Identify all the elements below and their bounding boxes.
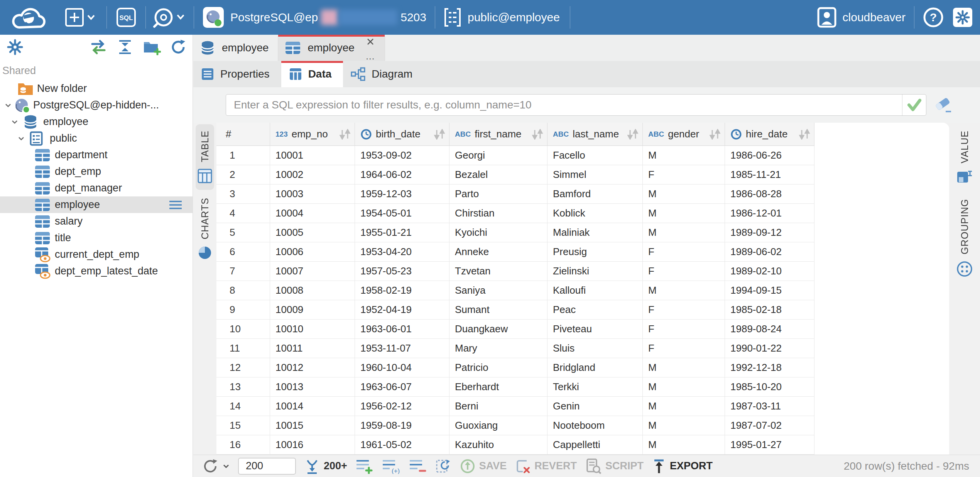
settings-icon[interactable] [952,7,973,28]
data-cell[interactable]: 1964-06-02 [355,165,449,184]
duplicate-row-button[interactable]: (+) [382,458,400,474]
data-cell[interactable]: Zielinski [547,262,643,281]
data-cell[interactable]: 1986-08-28 [725,184,814,204]
data-cell[interactable]: 1985-02-18 [725,300,814,320]
data-cell[interactable]: 1987-07-02 [725,416,814,435]
data-cell[interactable]: Piveteau [547,320,643,339]
data-cell[interactable]: 1989-08-24 [725,320,814,339]
row-number-cell[interactable]: 3 [216,184,270,204]
sidebar-item-salary[interactable]: salary [0,213,193,230]
data-cell[interactable]: M [643,416,725,435]
sidebar-item-dept-emp[interactable]: dept_emp [0,163,193,180]
data-cell[interactable]: 1959-08-19 [355,416,449,435]
data-cell[interactable]: Parto [449,184,547,204]
data-cell[interactable]: Facello [547,146,643,165]
data-cell[interactable]: 1960-10-04 [355,358,449,377]
row-number-cell[interactable]: 12 [216,358,270,377]
data-cell[interactable]: 1957-05-23 [355,262,449,281]
chevron-down-icon[interactable] [10,118,19,126]
sidebar-item-new-folder[interactable]: New folder [0,80,193,97]
tab-menu-icon[interactable]: ... [366,54,375,59]
data-cell[interactable]: Georgi [449,146,547,165]
editor-tab-employee-0[interactable]: employee [193,35,278,61]
data-cell[interactable]: M [643,184,725,204]
data-cell[interactable]: Kyoichi [449,223,547,242]
data-cell[interactable]: 10014 [270,397,355,416]
data-cell[interactable]: 1989-09-12 [725,223,814,242]
data-cell[interactable]: 10016 [270,435,355,455]
data-cell[interactable]: 1990-01-22 [725,339,814,358]
row-number-cell[interactable]: 5 [216,223,270,242]
editor-tab-employee-1[interactable]: employee... [278,35,385,61]
panel-tab-value[interactable]: VALUE [955,124,974,191]
column-header-hire_date[interactable]: hire_date [725,123,814,146]
sidebar-item-title[interactable]: title [0,230,193,246]
data-cell[interactable]: 1956-02-12 [355,397,449,416]
sort-icon[interactable] [798,129,811,140]
data-cell[interactable]: Eberhardt [449,377,547,397]
row-number-cell[interactable]: 11 [216,339,270,358]
column-header-first_name[interactable]: ABCfirst_name [449,123,547,146]
delete-row-button[interactable] [409,458,427,474]
data-cell[interactable]: 1959-12-03 [355,184,449,204]
clear-filter-icon[interactable] [934,96,953,114]
data-cell[interactable]: 10015 [270,416,355,435]
data-cell[interactable]: 1961-05-02 [355,435,449,455]
row-number-cell[interactable]: 2 [216,165,270,184]
data-cell[interactable]: 1986-06-26 [725,146,814,165]
sidebar-item-public[interactable]: public [0,130,193,147]
new-object-button[interactable] [65,8,98,27]
sync-connection-icon[interactable] [89,39,108,55]
schema-selector[interactable]: public@employee [468,11,560,24]
data-cell[interactable]: Preusig [547,242,643,262]
sort-icon[interactable] [626,129,639,140]
data-cell[interactable]: 1958-02-19 [355,281,449,300]
auto-refresh-button[interactable] [435,458,451,474]
data-cell[interactable]: 1953-09-02 [355,146,449,165]
data-cell[interactable]: 1963-06-01 [355,320,449,339]
panel-tab-charts[interactable]: CHARTS [196,191,213,266]
sort-icon[interactable] [338,129,351,140]
data-cell[interactable]: Maliniak [547,223,643,242]
driver-manager-button[interactable] [152,7,188,28]
data-cell[interactable]: M [643,397,725,416]
tab-diagram[interactable]: Diagram [343,61,424,87]
data-cell[interactable]: Anneke [449,242,547,262]
data-cell[interactable]: 10004 [270,204,355,223]
panel-tab-grouping[interactable]: GROUPING [955,193,975,284]
data-cell[interactable]: Tzvetan [449,262,547,281]
sidebar-item-employee[interactable]: employee [0,196,193,213]
data-cell[interactable]: Saniya [449,281,547,300]
sidebar-item-dept-emp-latest-date[interactable]: dept_emp_latest_date [0,263,193,279]
data-cell[interactable]: Nooteboom [547,416,643,435]
row-number-cell[interactable]: 14 [216,397,270,416]
data-cell[interactable]: M [643,281,725,300]
data-cell[interactable]: 1953-11-07 [355,339,449,358]
column-header-rownum[interactable]: # [216,123,270,146]
data-cell[interactable]: Duangkaew [449,320,547,339]
script-button[interactable]: SCRIPT [585,458,644,474]
refresh-results-button[interactable] [202,458,230,475]
data-cell[interactable]: M [643,223,725,242]
data-cell[interactable]: 10012 [270,358,355,377]
data-cell[interactable]: 1953-04-20 [355,242,449,262]
refresh-tree-icon[interactable] [170,39,186,55]
connection-selector[interactable]: PostgreSQL@ep5203 [230,10,426,25]
row-number-cell[interactable]: 6 [216,242,270,262]
data-cell[interactable]: 1986-12-01 [725,204,814,223]
chevron-down-icon[interactable] [17,134,25,143]
data-cell[interactable]: M [643,204,725,223]
data-cell[interactable]: Bamford [547,184,643,204]
data-cell[interactable]: Berni [449,397,547,416]
row-number-cell[interactable]: 16 [216,435,270,455]
data-cell[interactable]: Bridgland [547,358,643,377]
data-cell[interactable]: F [643,242,725,262]
data-cell[interactable]: Chirstian [449,204,547,223]
data-cell[interactable]: Simmel [547,165,643,184]
close-icon[interactable] [365,37,375,47]
sidebar-item-dept-manager[interactable]: dept_manager [0,180,193,196]
user-avatar-icon[interactable] [817,7,836,28]
data-cell[interactable]: 1954-05-01 [355,204,449,223]
row-number-cell[interactable]: 7 [216,262,270,281]
data-cell[interactable]: 1994-09-15 [725,281,814,300]
